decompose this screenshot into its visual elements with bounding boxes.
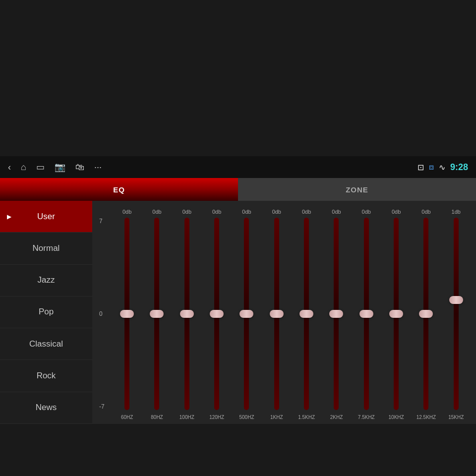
back-icon[interactable]: ‹ (8, 162, 11, 173)
tab-zone[interactable]: ZONE (238, 178, 476, 201)
slider-track-2khz (334, 218, 339, 410)
slider-track-500hz (244, 218, 249, 410)
slider-track-60hz (124, 218, 129, 410)
scale-labels: 7 0 -7 (97, 218, 112, 410)
slider-col-80hz (142, 218, 172, 410)
slider-track-area-500hz (244, 218, 249, 410)
freq-label-2khz: 2KHZ (321, 410, 351, 424)
sidebar: User Normal Jazz Pop Classical Rock News (0, 201, 92, 424)
slider-col-15khz (441, 218, 471, 410)
tab-bar: EQ ZONE (0, 178, 476, 201)
db-label-500hz: 0db (232, 206, 261, 218)
freq-label-10khz: 10KHZ (381, 410, 411, 424)
slider-thumb-12.5khz[interactable] (419, 310, 433, 318)
time-display: 9:28 (450, 162, 468, 173)
slider-track-80hz (154, 218, 159, 410)
sliders-container (112, 218, 471, 410)
sidebar-item-pop[interactable]: Pop (0, 297, 92, 328)
db-label-12.5khz: 0db (411, 206, 441, 218)
slider-col-10khz (381, 218, 411, 410)
freq-label-7.5khz: 7.5KHZ (352, 410, 381, 424)
slider-thumb-1.5khz[interactable] (299, 310, 313, 318)
slider-thumb-7.5khz[interactable] (359, 310, 373, 318)
slider-track-15khz (454, 218, 459, 410)
db-label-60hz: 0db (112, 206, 142, 218)
sliders-row: 7 0 -7 (97, 218, 471, 410)
sidebar-item-rock[interactable]: Rock (0, 360, 92, 392)
recents-icon[interactable]: ▭ (36, 162, 45, 173)
bluetooth-icon: ⧈ (429, 163, 434, 172)
status-icons: ⊡ ⧈ ∿ 9:28 (417, 162, 468, 173)
slider-col-7.5khz (352, 218, 381, 410)
sidebar-item-news[interactable]: News (0, 392, 92, 424)
status-bar: ‹ ⌂ ▭ 📷 🛍 ··· ⊡ ⧈ ∿ 9:28 (0, 156, 476, 178)
slider-track-12.5khz (423, 218, 428, 410)
bag-icon[interactable]: 🛍 (75, 162, 84, 173)
slider-track-100hz (184, 218, 189, 410)
slider-col-100hz (172, 218, 202, 410)
slider-thumb-10khz[interactable] (389, 310, 403, 318)
wifi-icon: ∿ (439, 163, 445, 172)
slider-col-500hz (232, 218, 261, 410)
slider-track-area-120hz (214, 218, 219, 410)
db-label-120hz: 0db (202, 206, 232, 218)
db-label-1khz: 0db (262, 206, 292, 218)
slider-track-area-1khz (274, 218, 279, 410)
db-label-100hz: 0db (172, 206, 202, 218)
slider-thumb-500hz[interactable] (239, 310, 253, 318)
sidebar-item-normal[interactable]: Normal (0, 233, 92, 264)
main-content: User Normal Jazz Pop Classical Rock News (0, 201, 476, 424)
home-icon[interactable]: ⌂ (21, 162, 26, 173)
slider-col-60hz (112, 218, 142, 410)
slider-col-12.5khz (411, 218, 441, 410)
slider-thumb-100hz[interactable] (180, 310, 194, 318)
db-label-10khz: 0db (381, 206, 411, 218)
freq-label-15khz: 15KHZ (441, 410, 471, 424)
sidebar-item-jazz[interactable]: Jazz (0, 265, 92, 297)
tab-eq[interactable]: EQ (0, 178, 238, 201)
slider-track-1khz (274, 218, 279, 410)
slider-track-area-100hz (184, 218, 189, 410)
slider-track-area-7.5khz (364, 218, 369, 410)
sidebar-item-classical[interactable]: Classical (0, 328, 92, 360)
slider-track-1.5khz (304, 218, 309, 410)
slider-track-120hz (214, 218, 219, 410)
nav-icons: ‹ ⌂ ▭ 📷 🛍 ··· (8, 162, 102, 173)
db-label-15khz: 1db (441, 206, 471, 218)
db-label-80hz: 0db (142, 206, 172, 218)
slider-thumb-2khz[interactable] (329, 310, 343, 318)
slider-thumb-1khz[interactable] (270, 310, 284, 318)
slider-col-1.5khz (292, 218, 321, 410)
camera-icon[interactable]: 📷 (55, 162, 65, 173)
slider-thumb-120hz[interactable] (210, 310, 224, 318)
freq-label-12.5khz: 12.5KHZ (411, 410, 441, 424)
slider-track-area-2khz (334, 218, 339, 410)
freq-label-120hz: 120HZ (202, 410, 232, 424)
freq-label-500hz: 500HZ (232, 410, 261, 424)
freq-label-1khz: 1KHZ (262, 410, 292, 424)
slider-track-area-80hz (154, 218, 159, 410)
db-labels-row: 0db0db0db0db0db0db0db0db0db0db0db1db (97, 206, 471, 218)
slider-track-10khz (394, 218, 399, 410)
slider-thumb-60hz[interactable] (120, 310, 134, 318)
slider-col-120hz (202, 218, 232, 410)
slider-col-2khz (321, 218, 351, 410)
slider-track-area-10khz (394, 218, 399, 410)
eq-panel: 0db0db0db0db0db0db0db0db0db0db0db1db 7 0… (92, 201, 476, 424)
more-icon[interactable]: ··· (94, 162, 102, 173)
db-label-1.5khz: 0db (292, 206, 321, 218)
slider-thumb-15khz[interactable] (449, 296, 463, 304)
freq-label-1.5khz: 1.5KHZ (292, 410, 321, 424)
freq-label-60hz: 60HZ (112, 410, 142, 424)
slider-track-area-60hz (124, 218, 129, 410)
slider-track-area-12.5khz (423, 218, 428, 410)
freq-label-80hz: 80HZ (142, 410, 172, 424)
cast-icon: ⊡ (417, 163, 424, 172)
slider-thumb-80hz[interactable] (150, 310, 164, 318)
freq-labels-row: 60HZ80HZ100HZ120HZ500HZ1KHZ1.5KHZ2KHZ7.5… (97, 410, 471, 424)
freq-label-100hz: 100HZ (172, 410, 202, 424)
db-label-7.5khz: 0db (352, 206, 381, 218)
slider-track-7.5khz (364, 218, 369, 410)
sidebar-item-user[interactable]: User (0, 201, 92, 233)
slider-track-area-1.5khz (304, 218, 309, 410)
